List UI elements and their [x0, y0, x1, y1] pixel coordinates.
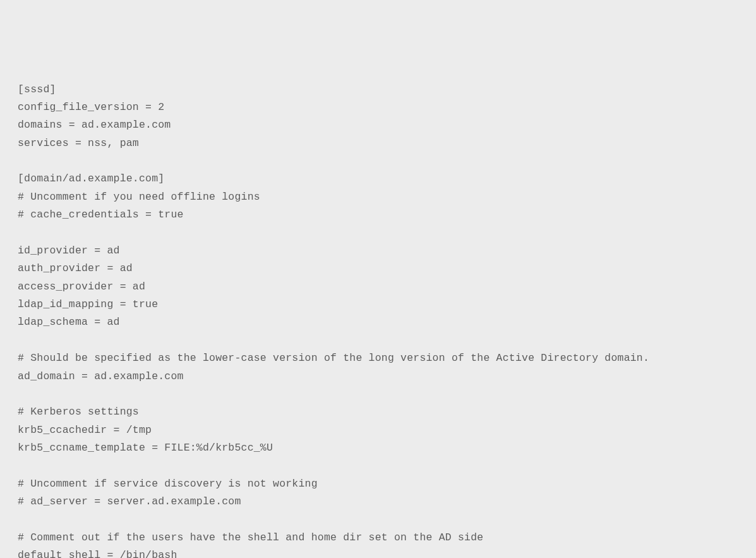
code-line: ad_domain = ad.example.com	[18, 370, 184, 382]
code-line: access_provider = ad	[18, 281, 145, 293]
code-line: # Uncomment if service discovery is not …	[18, 478, 318, 490]
code-line: # Should be specified as the lower-case …	[18, 352, 649, 364]
code-line: # ad_server = server.ad.example.com	[18, 495, 241, 507]
code-line: [sssd]	[18, 83, 56, 95]
code-line: # cache_credentials = true	[18, 209, 184, 221]
config-code-block: [sssd] config_file_version = 2 domains =…	[18, 81, 738, 559]
code-line: # Comment out if the users have the shel…	[18, 531, 483, 543]
code-line: services = nss, pam	[18, 137, 139, 149]
code-line: domains = ad.example.com	[18, 119, 171, 131]
code-line: krb5_ccachedir = /tmp	[18, 424, 152, 436]
code-line: config_file_version = 2	[18, 101, 164, 113]
code-line: ldap_id_mapping = true	[18, 298, 158, 310]
code-line: auth_provider = ad	[18, 262, 133, 274]
code-line: ldap_schema = ad	[18, 316, 120, 328]
code-line: default_shell = /bin/bash	[18, 549, 177, 558]
code-line: id_provider = ad	[18, 245, 120, 257]
code-line: # Uncomment if you need offline logins	[18, 191, 260, 203]
code-line: # Kerberos settings	[18, 406, 139, 418]
code-line: krb5_ccname_template = FILE:%d/krb5cc_%U	[18, 442, 273, 454]
code-line: [domain/ad.example.com]	[18, 173, 164, 185]
